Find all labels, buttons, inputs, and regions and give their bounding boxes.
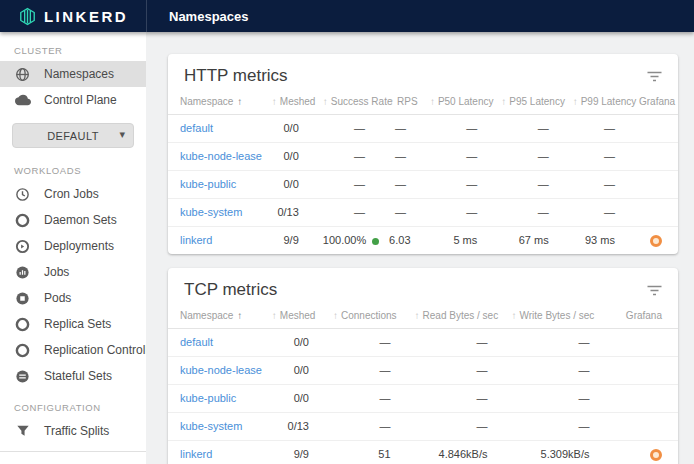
deployment-icon — [14, 238, 31, 255]
section-label-configuration: CONFIGURATION — [0, 389, 146, 418]
sidebar-item-jobs[interactable]: Jobs — [0, 259, 146, 285]
column-header-connections[interactable]: ↑Connections — [321, 306, 403, 329]
sort-asc-icon: ↑ — [430, 96, 435, 107]
cell-connections: 51 — [321, 441, 403, 464]
cell-p50: — — [418, 199, 489, 227]
sidebar-item-deployments[interactable]: Deployments — [0, 233, 146, 259]
namespace-link[interactable]: kube-public — [180, 392, 236, 404]
sidebar-item-daemon-sets[interactable]: Daemon Sets — [0, 207, 146, 233]
column-header-success-rate[interactable]: ↑Success Rate — [311, 92, 377, 115]
namespace-link[interactable]: kube-node-lease — [180, 150, 262, 162]
cell-write-bytes: — — [499, 413, 601, 441]
namespace-link[interactable]: kube-system — [180, 420, 242, 432]
cell-meshed: 0/0 — [260, 171, 311, 199]
namespace-link[interactable]: kube-public — [180, 178, 236, 190]
sidebar-item-replica-sets[interactable]: Replica Sets — [0, 311, 146, 337]
sort-asc-icon: ↑ — [573, 96, 578, 107]
cell-write-bytes: — — [499, 329, 601, 357]
cell-read-bytes: 4.846kB/s — [403, 441, 500, 464]
sidebar-item-label: Replica Sets — [44, 317, 111, 331]
tcp-metrics-table: Namespace↑ ↑Meshed ↑Connections ↑Read By… — [168, 306, 678, 464]
cell-grafana — [601, 385, 678, 413]
linkerd-logo[interactable]: LINKERD — [0, 0, 146, 32]
column-header-p95[interactable]: ↑P95 Latency — [489, 92, 560, 115]
sort-asc-icon: ↑ — [511, 310, 516, 321]
cell-success-rate: — — [311, 115, 377, 143]
cell-meshed: 9/9 — [260, 441, 321, 464]
column-header-namespace[interactable]: Namespace↑ — [168, 92, 260, 115]
sidebar-item-namespaces[interactable]: Namespaces — [0, 61, 146, 87]
cell-read-bytes: — — [403, 329, 500, 357]
tcp-metrics-card: TCP metrics Namespace↑ ↑Meshed ↑Connecti… — [168, 268, 678, 464]
cell-p50: — — [418, 143, 489, 171]
sidebar-item-label: Cron Jobs — [44, 187, 99, 201]
grafana-icon[interactable] — [650, 235, 662, 247]
sidebar-item-cron-jobs[interactable]: Cron Jobs — [0, 181, 146, 207]
cell-p95: — — [489, 143, 560, 171]
namespace-link[interactable]: kube-node-lease — [180, 364, 262, 376]
cell-namespace: kube-public — [168, 385, 260, 413]
cell-rps: — — [377, 115, 418, 143]
cell-p99: — — [561, 171, 627, 199]
sidebar-item-replication-controllers[interactable]: Replication Controllers — [0, 337, 146, 363]
cell-grafana — [601, 329, 678, 357]
cell-namespace: kube-public — [168, 171, 260, 199]
section-label-workloads: WORKLOADS — [0, 152, 146, 181]
cell-success-rate: 100.00% — [311, 227, 377, 255]
namespace-link[interactable]: linkerd — [180, 448, 212, 460]
sidebar-item-control-plane[interactable]: Control Plane — [0, 87, 146, 113]
sort-asc-icon: ↑ — [323, 96, 328, 107]
cell-rps: — — [377, 199, 418, 227]
sort-asc-icon: ↑ — [237, 310, 242, 321]
cell-meshed: 0/0 — [260, 115, 311, 143]
tcp-metrics-title: TCP metrics — [184, 278, 277, 302]
app-bar: LINKERD Namespaces — [0, 0, 694, 32]
column-header-write-bytes[interactable]: ↑Write Bytes / sec — [499, 306, 601, 329]
cell-p99: — — [561, 115, 627, 143]
cell-write-bytes: — — [499, 357, 601, 385]
cell-namespace: kube-system — [168, 199, 260, 227]
sidebar-item-label: Control Plane — [44, 93, 117, 107]
cell-grafana — [627, 227, 678, 255]
bar-chart-circle-icon — [14, 264, 31, 281]
cell-rps: 6.03 — [377, 227, 418, 255]
brand-text: LINKERD — [44, 8, 128, 25]
cell-connections: — — [321, 385, 403, 413]
sidebar: CLUSTER Namespaces Control Plane DEFAULT… — [0, 32, 146, 464]
cell-rps: — — [377, 171, 418, 199]
column-header-meshed[interactable]: ↑Meshed — [260, 306, 321, 329]
namespace-link[interactable]: linkerd — [180, 234, 212, 246]
sidebar-item-label: Jobs — [44, 265, 69, 279]
namespace-context-selector[interactable]: DEFAULT ▾ — [12, 123, 134, 148]
sort-asc-icon: ↑ — [272, 310, 277, 321]
http-metrics-table: Namespace↑ ↑Meshed ↑Success Rate ↑RPS ↑P… — [168, 92, 678, 254]
table-header-row: Namespace↑ ↑Meshed ↑Success Rate ↑RPS ↑P… — [168, 92, 678, 115]
cell-rps: — — [377, 143, 418, 171]
cell-read-bytes: — — [403, 413, 500, 441]
cell-p95: — — [489, 199, 560, 227]
sidebar-item-stateful-sets[interactable]: Stateful Sets — [0, 363, 146, 389]
column-header-namespace[interactable]: Namespace↑ — [168, 306, 260, 329]
cell-connections: — — [321, 329, 403, 357]
sidebar-item-traffic-splits[interactable]: Traffic Splits — [0, 418, 146, 444]
cell-meshed: 9/9 — [260, 227, 311, 255]
sidebar-item-pods[interactable]: Pods — [0, 285, 146, 311]
namespace-link[interactable]: default — [180, 122, 213, 134]
namespace-link[interactable]: default — [180, 336, 213, 348]
column-header-p99[interactable]: ↑P99 Latency — [561, 92, 627, 115]
column-header-meshed[interactable]: ↑Meshed — [260, 92, 311, 115]
cell-success-rate: — — [311, 171, 377, 199]
clock-icon — [14, 186, 31, 203]
column-header-p50[interactable]: ↑P50 Latency — [418, 92, 489, 115]
namespace-link[interactable]: kube-system — [180, 206, 242, 218]
filter-icon[interactable] — [645, 278, 664, 304]
http-metrics-title: HTTP metrics — [184, 64, 288, 88]
cell-namespace: kube-node-lease — [168, 143, 260, 171]
filter-icon[interactable] — [645, 64, 664, 90]
replicaset-icon — [14, 316, 31, 333]
column-header-read-bytes[interactable]: ↑Read Bytes / sec — [403, 306, 500, 329]
cell-meshed: 0/0 — [260, 143, 311, 171]
main-content: HTTP metrics Namespace↑ ↑Meshed ↑Success… — [146, 32, 694, 464]
grafana-icon[interactable] — [650, 449, 662, 461]
cell-namespace: kube-system — [168, 413, 260, 441]
